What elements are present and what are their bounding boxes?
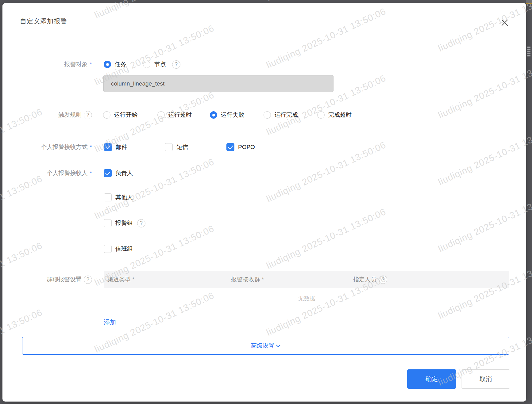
add-alarm-dialog: 自定义添加报警 报警对象* 任务 节点 ? 触发规则? 运行开始 运行超时 运行… [2,3,526,402]
help-icon[interactable]: ? [84,276,92,284]
checkbox-option-others[interactable]: 其他人 [104,193,133,202]
trigger-rule-label: 触发规则? [2,110,92,120]
add-row-link[interactable]: 添加 [104,318,116,326]
dialog-title: 自定义添加报警 [20,17,67,25]
required-asterisk: * [262,276,264,283]
side-panel-handle-icon [527,44,531,58]
checkbox-icon [226,143,234,151]
radio-icon [157,111,165,119]
confirm-button[interactable]: 确定 [407,369,456,389]
checkbox-option-alarm-group[interactable]: 报警组 ? [104,219,145,228]
checkbox-icon [104,245,112,253]
close-icon[interactable] [500,18,509,27]
checkbox-option-popo[interactable]: POPO [226,143,255,152]
checkbox-icon [165,143,173,151]
radio-icon [143,61,150,68]
column-header-assigned-people: 指定人员? [353,276,387,284]
group-chat-table-empty: 无数据 [104,288,509,309]
radio-option-run-timeout[interactable]: 运行超时 [157,110,192,120]
required-asterisk: * [132,276,134,283]
radio-icon [210,111,217,119]
browser-edge-accent [526,0,532,4]
group-chat-table-header: 渠道类型* 报警接收群* 指定人员? [104,271,509,288]
radio-icon [103,111,110,119]
required-asterisk: * [90,170,92,177]
cancel-button[interactable]: 取消 [461,369,510,389]
required-asterisk: * [90,61,92,68]
radio-icon [317,111,325,119]
group-chat-label: 群聊报警设置? [2,275,92,284]
radio-icon [104,61,111,68]
radio-option-task[interactable]: 任务 [104,60,126,69]
checkbox-icon [104,193,112,201]
checkbox-option-email[interactable]: 邮件 [104,143,127,152]
radio-icon [264,111,271,119]
empty-text: 无数据 [298,295,316,303]
checkbox-option-owner[interactable]: 负责人 [104,169,133,178]
personal-method-label: 个人报警接收方式* [2,143,92,152]
help-icon[interactable]: ? [137,219,145,227]
checkbox-icon [104,169,112,177]
checkbox-icon [104,143,112,151]
checkbox-option-duty-group[interactable]: 值班组 [104,244,133,253]
alarm-target-label: 报警对象* [2,60,92,69]
radio-option-complete-timeout[interactable]: 完成超时 [317,110,352,120]
required-asterisk: * [90,144,92,151]
help-icon[interactable]: ? [172,60,180,69]
checkbox-icon [104,219,112,227]
column-header-channel-type: 渠道类型* [107,276,134,284]
help-icon[interactable]: ? [84,111,92,119]
radio-option-node[interactable]: 节点 ? [143,60,180,69]
personal-receiver-label: 个人报警接收人* [2,169,92,178]
alarm-target-input[interactable] [103,75,333,92]
radio-option-run-start[interactable]: 运行开始 [103,110,137,120]
help-icon[interactable]: ? [379,276,387,284]
advanced-settings-button[interactable]: 高级设置 [22,337,509,355]
radio-option-run-fail[interactable]: 运行失败 [210,110,244,120]
chevron-down-icon [276,343,280,347]
checkbox-option-sms[interactable]: 短信 [165,143,188,152]
radio-option-run-complete[interactable]: 运行完成 [264,110,298,120]
column-header-receive-group: 报警接收群* [231,276,264,284]
